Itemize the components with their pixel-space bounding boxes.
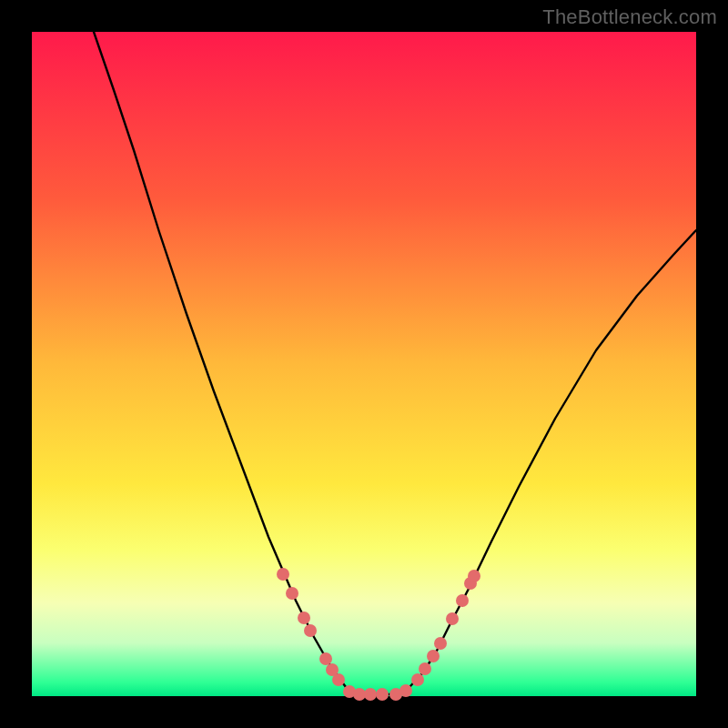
marker-dot [399, 684, 412, 697]
marker-dot [332, 673, 345, 686]
marker-dot [376, 688, 389, 701]
curve-path [94, 32, 696, 694]
marker-dot [427, 650, 440, 662]
marker-dot [364, 688, 377, 701]
chart-svg [32, 32, 696, 696]
marker-dot [286, 587, 298, 600]
marker-dot [446, 612, 459, 625]
marker-dot [434, 637, 447, 650]
marker-dot [298, 612, 310, 624]
marker-dot [456, 594, 469, 607]
marker-dot [353, 688, 366, 701]
marker-dot [319, 652, 332, 665]
marker-dot [277, 568, 289, 581]
marker-dot [419, 662, 431, 675]
marker-dot [304, 624, 317, 637]
plot-area [32, 32, 696, 696]
marker-dot [411, 673, 424, 686]
watermark-label: TheBottleneck.com [542, 5, 717, 29]
chart-frame: TheBottleneck.com [0, 0, 728, 728]
marker-group [277, 568, 480, 701]
marker-dot [468, 570, 480, 582]
